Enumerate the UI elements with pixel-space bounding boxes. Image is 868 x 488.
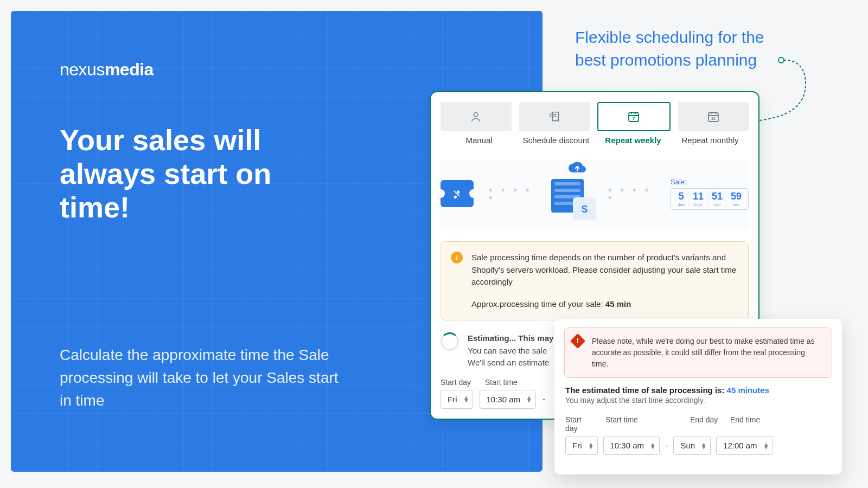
- stepper-icon: ▴▾: [651, 442, 655, 449]
- tab-manual[interactable]: [441, 102, 512, 131]
- end-day-label: End day: [690, 415, 720, 433]
- tagline: Flexible scheduling for the best promoti…: [575, 26, 781, 72]
- start-time-label: Start time: [605, 415, 660, 433]
- estimated-value: 45 minutes: [727, 386, 769, 395]
- server-upload-icon: [551, 169, 592, 218]
- hero-subline: Calculate the approximate time the Sale …: [60, 344, 342, 412]
- stepper-icon: ▴▾: [527, 396, 531, 402]
- brand-part1: nexus: [60, 60, 105, 79]
- warning-body: Sale processing time depends on the numb…: [471, 252, 737, 288]
- tab-schedule-discount[interactable]: [519, 102, 590, 131]
- start-day-select[interactable]: Fri ▴▾: [565, 436, 598, 455]
- start-day-select[interactable]: Fri ▴▾: [441, 390, 473, 409]
- approx-value: 45 min: [605, 299, 631, 309]
- tab-label-schedule: Schedule discount: [518, 136, 595, 145]
- warning-diamond-icon: [570, 333, 585, 349]
- illustration-row: ● ● ● ● ● ● ● ● ● ● Sale: 5Day 11Hour 51…: [441, 159, 749, 228]
- countdown: Sale: 5Day 11Hour 51Min 59Sec: [671, 178, 749, 210]
- stepper-icon: ▴▾: [464, 396, 468, 402]
- processing-time-warning: i Sale processing time depends on the nu…: [441, 241, 749, 320]
- estimated-sub: You may adjust the start time accordingl…: [565, 396, 831, 404]
- tab-repeat-weekly[interactable]: 7: [597, 102, 671, 131]
- range-dash: -: [665, 441, 668, 451]
- svg-text:7: 7: [633, 116, 635, 121]
- dots-icon: ● ● ● ● ●: [608, 186, 655, 201]
- receipt-discount-icon: [548, 111, 561, 123]
- start-time-select[interactable]: 10:30 am ▴▾: [603, 436, 660, 455]
- user-icon: [470, 111, 482, 123]
- stepper-icon: ▴▾: [764, 442, 768, 449]
- spinner-icon: [441, 332, 459, 351]
- start-day-label: Start day: [565, 415, 596, 433]
- range-dash: -: [542, 394, 545, 404]
- discount-tag-icon: [441, 180, 474, 207]
- schedule-tabs: 7 31: [431, 92, 758, 136]
- info-icon: i: [451, 252, 463, 264]
- approx-label: Approx.processing time of your sale:: [471, 299, 605, 309]
- tab-repeat-monthly[interactable]: 31: [678, 102, 749, 131]
- accuracy-warning: Please note, while we're doing our best …: [564, 328, 832, 378]
- end-day-select[interactable]: Sun ▴▾: [673, 436, 711, 455]
- stepper-icon: ▴▾: [702, 442, 706, 449]
- tab-label-manual: Manual: [441, 136, 518, 145]
- stepper-icon: ▴▾: [589, 442, 593, 449]
- brand-logo: nexusmedia: [60, 60, 494, 80]
- estimating-heading: Estimating... This may: [468, 332, 553, 345]
- start-time-select[interactable]: 10:30 am ▴▾: [480, 390, 537, 409]
- calendar-week-icon: 7: [627, 110, 640, 123]
- tab-labels: Manual Schedule discount Repeat weekly R…: [431, 136, 758, 151]
- estimate-panel: Please note, while we're doing our best …: [554, 319, 842, 474]
- start-time-label: Start time: [485, 378, 518, 387]
- estimated-label: The estimated time of sale processing is…: [565, 386, 727, 395]
- brand-part2: media: [105, 60, 154, 79]
- hero-headline: Your sales will always start on time!: [60, 123, 342, 224]
- countdown-label: Sale:: [671, 178, 749, 186]
- tab-label-monthly: Repeat monthly: [672, 136, 749, 145]
- start-day-label: Start day: [441, 378, 478, 387]
- estimating-line3: We'll send an estimate: [468, 357, 553, 369]
- end-time-label: End time: [730, 415, 760, 433]
- end-time-select[interactable]: 12:00 am ▴▾: [716, 436, 773, 455]
- tab-label-weekly: Repeat weekly: [595, 136, 672, 145]
- accuracy-warning-body: Please note, while we're doing our best …: [592, 336, 823, 370]
- estimating-line2: You can save the sale: [468, 345, 553, 357]
- dots-icon: ● ● ● ● ●: [489, 186, 537, 201]
- calendar-month-icon: 31: [707, 110, 720, 123]
- svg-text:31: 31: [711, 117, 716, 120]
